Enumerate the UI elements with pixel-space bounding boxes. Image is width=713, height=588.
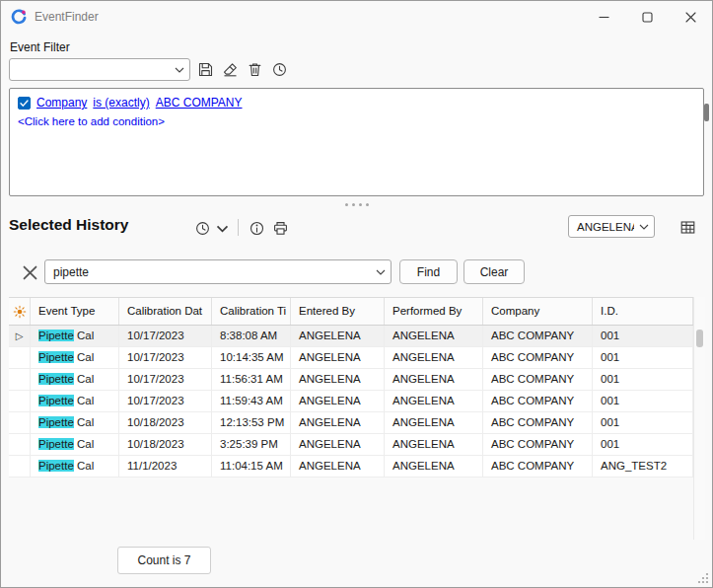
table-row[interactable]: Pipette Cal10/17/202311:56:31 AMANGELENA… <box>9 369 693 391</box>
chevron-down-icon[interactable] <box>371 269 391 275</box>
cell-calibration-time[interactable]: 12:13:53 PM <box>212 412 291 433</box>
table-row[interactable]: Pipette Cal10/18/20233:25:39 PMANGELENAA… <box>9 434 693 456</box>
cell-calibration-time[interactable]: 11:59:43 AM <box>212 391 291 411</box>
cell-performed-by[interactable]: ANGELENA <box>385 369 483 390</box>
row-indicator-cell[interactable] <box>9 347 31 368</box>
filter-history-button[interactable] <box>267 58 291 81</box>
cell-company[interactable]: ABC COMPANY <box>483 391 593 411</box>
cell-entered-by[interactable]: ANGELENA <box>291 412 385 433</box>
cell-calibration-date[interactable]: 10/18/2023 <box>119 412 212 433</box>
close-button[interactable] <box>669 1 712 33</box>
column-header-calibration-dat[interactable]: Calibration Dat <box>119 298 212 325</box>
search-input[interactable] <box>45 265 371 279</box>
cell-company[interactable]: ABC COMPANY <box>483 326 593 346</box>
table-row[interactable]: ▷Pipette Cal10/17/20238:38:08 AMANGELENA… <box>9 326 693 347</box>
table-row[interactable]: Pipette Cal11/1/202311:04:15 AMANGELENAA… <box>9 456 693 478</box>
conditions-scrollbar-thumb[interactable] <box>704 104 709 121</box>
history-time-button[interactable] <box>190 217 214 240</box>
print-button[interactable] <box>268 217 292 240</box>
column-header-calibration-ti[interactable]: Calibration Ti <box>212 298 291 325</box>
cell-id[interactable]: 001 <box>593 347 693 368</box>
cell-event-type[interactable]: Pipette Cal <box>31 347 119 368</box>
delete-filter-button[interactable] <box>243 58 266 81</box>
add-condition-link[interactable]: <Click here to add condition> <box>10 110 703 127</box>
grid-corner-cell[interactable] <box>9 298 31 325</box>
cell-calibration-date[interactable]: 10/17/2023 <box>119 347 212 368</box>
cell-calibration-time[interactable]: 11:56:31 AM <box>212 369 291 390</box>
cell-entered-by[interactable]: ANGELENA <box>291 326 385 346</box>
cell-performed-by[interactable]: ANGELENA <box>385 347 483 368</box>
column-header-i-d-[interactable]: I.D. <box>593 298 693 325</box>
cell-id[interactable]: 001 <box>593 326 693 346</box>
cell-id[interactable]: 001 <box>593 391 693 411</box>
cell-calibration-date[interactable]: 10/17/2023 <box>119 369 212 390</box>
minimize-button[interactable] <box>582 1 625 33</box>
condition-checkbox[interactable] <box>18 97 31 110</box>
cell-calibration-date[interactable]: 11/1/2023 <box>119 456 212 477</box>
cell-entered-by[interactable]: ANGELENA <box>291 434 385 455</box>
row-indicator-cell[interactable] <box>9 456 31 477</box>
pane-splitter[interactable] <box>1 199 712 209</box>
cell-event-type[interactable]: Pipette Cal <box>31 391 119 411</box>
cell-company[interactable]: ABC COMPANY <box>483 347 593 368</box>
row-indicator-cell[interactable] <box>9 434 31 455</box>
condition-field-link[interactable]: Company <box>36 96 87 110</box>
cell-id[interactable]: 001 <box>593 412 693 433</box>
window-resize-grip[interactable] <box>697 572 709 584</box>
cell-id[interactable]: 001 <box>593 369 693 390</box>
cell-entered-by[interactable]: ANGELENA <box>291 391 385 411</box>
row-indicator-cell[interactable]: ▷ <box>9 326 31 346</box>
cell-company[interactable]: ABC COMPANY <box>483 369 593 390</box>
cell-entered-by[interactable]: ANGELENA <box>291 347 385 368</box>
cell-event-type[interactable]: Pipette Cal <box>31 434 119 455</box>
find-button[interactable]: Find <box>399 259 458 284</box>
cell-event-type[interactable]: Pipette Cal <box>31 412 119 433</box>
clear-filter-button[interactable] <box>218 58 242 81</box>
filter-preset-combobox[interactable] <box>9 58 190 81</box>
condition-value-link[interactable]: ABC COMPANY <box>156 96 243 110</box>
cell-calibration-date[interactable]: 10/17/2023 <box>119 326 212 346</box>
grid-scrollbar-thumb[interactable] <box>696 330 703 347</box>
table-row[interactable]: Pipette Cal10/17/202311:59:43 AMANGELENA… <box>9 391 693 412</box>
cell-company[interactable]: ABC COMPANY <box>483 434 593 455</box>
cell-performed-by[interactable]: ANGELENA <box>385 412 483 433</box>
grid-vertical-scrollbar[interactable] <box>693 297 705 540</box>
column-header-company[interactable]: Company <box>483 298 593 325</box>
cell-performed-by[interactable]: ANGELENA <box>385 391 483 411</box>
row-indicator-cell[interactable] <box>9 369 31 390</box>
table-row[interactable]: Pipette Cal10/17/202310:14:35 AMANGELENA… <box>9 347 693 369</box>
condition-operator-link[interactable]: is (exactly) <box>93 96 149 110</box>
details-button[interactable] <box>245 217 268 240</box>
cell-event-type[interactable]: Pipette Cal <box>31 326 119 346</box>
cell-performed-by[interactable]: ANGELENA <box>385 434 483 455</box>
conditions-scrollbar[interactable] <box>704 88 710 196</box>
cell-calibration-date[interactable]: 10/17/2023 <box>119 391 212 411</box>
column-header-entered-by[interactable]: Entered By <box>291 298 385 325</box>
clear-search-icon[interactable] <box>18 260 41 284</box>
cell-event-type[interactable]: Pipette Cal <box>31 456 119 477</box>
cell-id[interactable]: ANG_TEST2 <box>593 456 693 477</box>
open-table-button[interactable] <box>676 216 699 239</box>
cell-entered-by[interactable]: ANGELENA <box>291 456 385 477</box>
cell-performed-by[interactable]: ANGELENA <box>385 326 483 346</box>
cell-calibration-time[interactable]: 8:38:08 AM <box>212 326 291 346</box>
history-dropdown-button[interactable] <box>213 217 231 240</box>
maximize-button[interactable] <box>625 1 669 33</box>
cell-calibration-time[interactable]: 11:04:15 AM <box>212 456 291 477</box>
cell-company[interactable]: ABC COMPANY <box>483 412 593 433</box>
table-row[interactable]: Pipette Cal10/18/202312:13:53 PMANGELENA… <box>9 412 693 434</box>
column-header-performed-by[interactable]: Performed By <box>385 298 483 325</box>
clear-button[interactable]: Clear <box>463 259 525 284</box>
row-indicator-cell[interactable] <box>9 412 31 433</box>
cell-calibration-time[interactable]: 3:25:39 PM <box>212 434 291 455</box>
save-filter-button[interactable] <box>193 58 217 81</box>
cell-event-type[interactable]: Pipette Cal <box>31 369 119 390</box>
cell-performed-by[interactable]: ANGELENA <box>385 456 483 477</box>
cell-calibration-date[interactable]: 10/18/2023 <box>119 434 212 455</box>
column-header-event-type[interactable]: Event Type <box>31 298 119 325</box>
cell-calibration-time[interactable]: 10:14:35 AM <box>212 347 291 368</box>
cell-entered-by[interactable]: ANGELENA <box>291 369 385 390</box>
cell-id[interactable]: 001 <box>593 434 693 455</box>
row-indicator-cell[interactable] <box>9 391 31 411</box>
cell-company[interactable]: ABC COMPANY <box>483 456 593 477</box>
